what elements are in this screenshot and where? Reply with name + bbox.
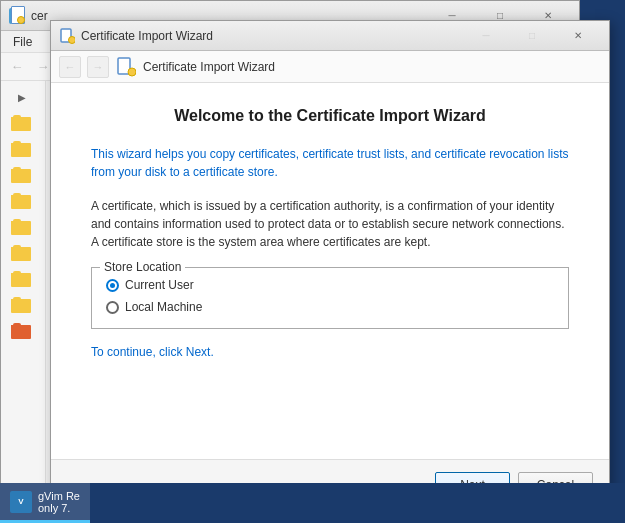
wizard-app-icon (59, 28, 75, 44)
sidebar-tree-expand[interactable]: ▶ (3, 85, 41, 109)
taskbar-item-gvim[interactable]: V gVim Re only 7. (0, 483, 90, 523)
wizard-title: Certificate Import Wizard (81, 29, 463, 43)
sidebar-folder-3[interactable] (3, 163, 41, 187)
wizard-maximize-button[interactable]: □ (509, 21, 555, 51)
svg-point-1 (69, 36, 76, 43)
wizard-page-title: Welcome to the Certificate Import Wizard (91, 107, 569, 125)
sidebar-folder-9[interactable] (3, 319, 41, 343)
wizard-dialog: Certificate Import Wizard ─ □ ✕ ← → Cert… (50, 20, 610, 510)
radio-local-machine[interactable]: Local Machine (106, 300, 554, 314)
sidebar-folder-7[interactable] (3, 267, 41, 291)
wizard-breadcrumb: Certificate Import Wizard (143, 60, 275, 74)
continue-text: To continue, click Next. (91, 345, 569, 359)
bg-back-button[interactable]: ← (5, 55, 29, 79)
radio-current-user-dot (110, 283, 115, 288)
radio-local-machine-label: Local Machine (125, 300, 202, 314)
wizard-titlebar: Certificate Import Wizard ─ □ ✕ (51, 21, 609, 51)
taskbar-item-text-1: gVim Re (38, 490, 80, 502)
bg-sidebar: ▶ (1, 81, 46, 522)
wizard-back-arrow[interactable]: ← (59, 56, 81, 78)
sidebar-folder-6[interactable] (3, 241, 41, 265)
bg-app-icon (9, 8, 25, 24)
wizard-intro-text: This wizard helps you copy certificates,… (91, 145, 569, 181)
taskbar-item-labels: gVim Re only 7. (38, 490, 80, 514)
radio-current-user[interactable]: Current User (106, 278, 554, 292)
store-location-legend: Store Location (100, 260, 185, 274)
bg-menu-file[interactable]: File (5, 31, 40, 53)
wizard-minimize-button[interactable]: ─ (463, 21, 509, 51)
sidebar-folder-8[interactable] (3, 293, 41, 317)
sidebar-folder-4[interactable] (3, 189, 41, 213)
wizard-window-controls: ─ □ ✕ (463, 21, 601, 51)
sidebar-folder-2[interactable] (3, 137, 41, 161)
sidebar-folder-1[interactable] (3, 111, 41, 135)
radio-local-machine-circle[interactable] (106, 301, 119, 314)
wizard-body: Welcome to the Certificate Import Wizard… (51, 83, 609, 459)
svg-point-3 (128, 68, 136, 76)
wizard-body-text: A certificate, which is issued by a cert… (91, 197, 569, 251)
taskbar-item-icon: V (10, 491, 32, 513)
sidebar-folder-5[interactable] (3, 215, 41, 239)
wizard-nav-icon (115, 56, 137, 78)
taskbar: V gVim Re only 7. (0, 483, 625, 523)
wizard-close-button[interactable]: ✕ (555, 21, 601, 51)
store-location-group: Store Location Current User Local Machin… (91, 267, 569, 329)
wizard-navbar: ← → Certificate Import Wizard (51, 51, 609, 83)
radio-current-user-label: Current User (125, 278, 194, 292)
taskbar-item-text-2: only 7. (38, 502, 80, 514)
wizard-forward-arrow[interactable]: → (87, 56, 109, 78)
radio-current-user-circle[interactable] (106, 279, 119, 292)
